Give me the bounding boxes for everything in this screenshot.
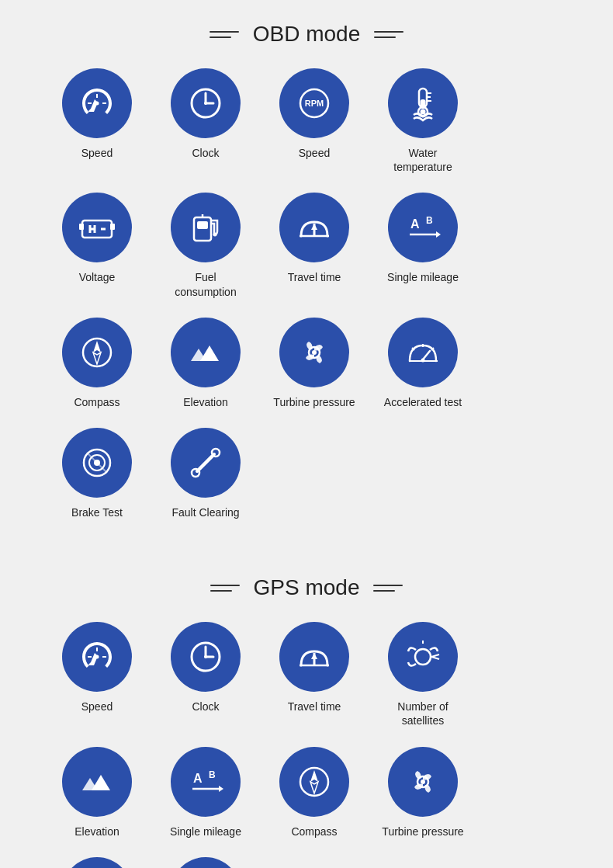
icon-clock xyxy=(171,68,241,138)
icon-cell-speed[interactable]: Speed xyxy=(43,68,151,174)
icon-cell-compass[interactable]: Compass xyxy=(43,318,151,409)
icon-label-travel-time: Travel time xyxy=(288,270,341,284)
svg-rect-17 xyxy=(82,220,112,238)
right-lines2 xyxy=(373,585,403,592)
svg-point-54 xyxy=(192,469,199,477)
icon-fault-clear xyxy=(171,428,241,498)
icon-label-brake-test: Brake Test xyxy=(71,505,123,519)
left-lines2 xyxy=(210,585,240,592)
svg-marker-64 xyxy=(311,653,317,659)
icon-label-voltage: Voltage xyxy=(79,270,116,284)
svg-point-44 xyxy=(421,358,425,362)
svg-point-7 xyxy=(204,102,207,105)
icon-cell-accel-test2[interactable]: Accelerated test xyxy=(43,857,151,868)
icon-cell-single-mileage2[interactable]: ABSingle mileage xyxy=(151,747,260,838)
icon-cell-turbine2[interactable]: Turbine pressure xyxy=(369,747,477,838)
icon-cell-voltage[interactable]: Voltage xyxy=(43,193,151,298)
icon-label-compass: Compass xyxy=(74,395,119,409)
icon-label-fault-clear: Fault Clearing xyxy=(171,505,239,519)
svg-marker-77 xyxy=(310,770,318,782)
gps-title: GPS mode xyxy=(254,575,360,600)
icon-single-mileage2: AB xyxy=(171,747,241,817)
icon-cell-satellites[interactable]: Number of satellites xyxy=(369,622,477,727)
right-lines xyxy=(374,31,403,38)
icon-cell-elevation2[interactable]: Elevation xyxy=(43,747,151,838)
icon-label-speed: Speed xyxy=(81,146,113,160)
icon-cell-brake-test2[interactable]: Brake Test xyxy=(151,857,260,868)
icon-water-temp xyxy=(388,68,458,138)
svg-text:RPM: RPM xyxy=(305,99,324,108)
icon-elevation2 xyxy=(62,747,132,817)
icon-cell-elevation[interactable]: Elevation xyxy=(151,318,260,409)
svg-point-80 xyxy=(421,779,425,784)
icon-accel-test xyxy=(388,318,458,387)
icon-cell-accel-test[interactable]: Accelerated test xyxy=(369,318,477,409)
svg-line-52 xyxy=(199,454,214,469)
icon-label-compass2: Compass xyxy=(291,825,337,838)
svg-marker-34 xyxy=(436,231,441,238)
icon-satellites xyxy=(388,622,458,692)
gps-header: GPS mode xyxy=(0,554,613,614)
icon-voltage xyxy=(62,193,132,262)
svg-text:B: B xyxy=(209,769,216,780)
icon-cell-clock[interactable]: Clock xyxy=(151,68,260,174)
icon-label-elevation: Elevation xyxy=(183,395,228,409)
icon-cell-single-mileage[interactable]: ABSingle mileage xyxy=(369,193,477,298)
icon-cell-speed2[interactable]: Speed xyxy=(43,622,151,727)
icon-speed xyxy=(62,68,132,138)
svg-point-0 xyxy=(95,102,99,106)
icon-cell-clock2[interactable]: Clock xyxy=(151,622,260,727)
icon-brake-test2 xyxy=(171,857,241,868)
icon-cell-travel-time2[interactable]: Travel time xyxy=(260,622,369,727)
icon-label-satellites: Number of satellites xyxy=(380,700,466,727)
svg-line-43 xyxy=(423,351,430,359)
icon-fuel xyxy=(171,193,241,262)
obd-header: OBD mode xyxy=(0,0,613,61)
icon-elevation xyxy=(171,318,241,387)
svg-text:A: A xyxy=(410,217,420,231)
svg-marker-36 xyxy=(93,341,101,352)
svg-point-53 xyxy=(212,449,220,457)
gps-section: GPS mode SpeedClockTravel timeNumber of … xyxy=(0,554,613,868)
icon-travel-time2 xyxy=(279,622,349,692)
icon-label-fuel: Fuel consumption xyxy=(163,270,248,298)
svg-point-62 xyxy=(204,655,207,658)
svg-marker-75 xyxy=(219,786,223,792)
icon-label-elevation2: Elevation xyxy=(74,825,119,838)
icon-speed2 xyxy=(62,622,132,692)
icon-label-single-mileage2: Single mileage xyxy=(170,825,241,838)
icon-cell-fuel[interactable]: Fuel consumption xyxy=(151,193,260,298)
svg-point-66 xyxy=(415,649,431,665)
icon-cell-water-temp[interactable]: Water temperature xyxy=(369,68,477,174)
left-lines xyxy=(210,31,239,38)
svg-point-41 xyxy=(312,350,317,355)
svg-point-55 xyxy=(95,655,99,659)
icon-cell-compass2[interactable]: Compass xyxy=(260,747,369,838)
svg-point-13 xyxy=(421,109,426,115)
icon-accel-test2 xyxy=(62,857,132,868)
icon-label-clock2: Clock xyxy=(192,700,219,713)
icon-compass2 xyxy=(279,747,349,817)
icon-cell-travel-time[interactable]: Travel time xyxy=(260,193,369,298)
svg-line-69 xyxy=(431,657,439,659)
icon-label-rpm: Speed xyxy=(299,146,330,160)
icon-cell-rpm[interactable]: RPMSpeed xyxy=(260,68,369,174)
icon-label-accel-test: Accelerated test xyxy=(384,395,462,409)
svg-rect-19 xyxy=(110,224,115,230)
icon-clock2 xyxy=(171,622,241,692)
icon-turbine2 xyxy=(388,747,458,817)
icon-turbine xyxy=(279,318,349,387)
svg-marker-29 xyxy=(311,224,317,230)
icon-cell-fault-clear[interactable]: Fault Clearing xyxy=(151,428,260,519)
gps-icon-grid: SpeedClockTravel timeNumber of satellite… xyxy=(0,614,613,868)
svg-marker-78 xyxy=(310,782,318,793)
icon-single-mileage: AB xyxy=(388,193,458,262)
icon-compass xyxy=(62,318,132,387)
icon-label-water-temp: Water temperature xyxy=(380,146,466,174)
icon-label-speed2: Speed xyxy=(81,700,113,713)
svg-text:B: B xyxy=(426,215,433,226)
icon-cell-turbine[interactable]: Turbine pressure xyxy=(260,318,369,409)
svg-marker-37 xyxy=(93,352,101,364)
icon-cell-brake-test[interactable]: Brake Test xyxy=(43,428,151,519)
icon-label-turbine: Turbine pressure xyxy=(273,395,355,409)
